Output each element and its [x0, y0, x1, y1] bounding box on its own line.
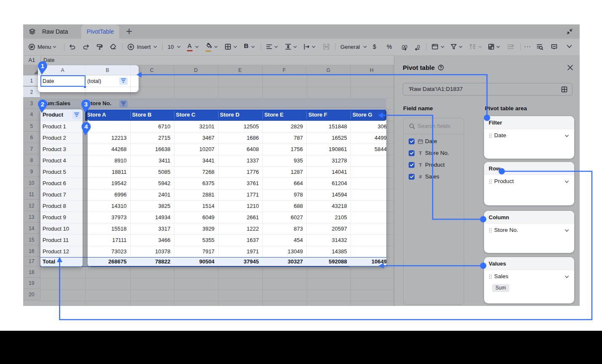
find-replace-icon[interactable]	[536, 43, 543, 50]
pivot-value-cell[interactable]: 3317	[132, 223, 170, 234]
row-header-10[interactable]: 10	[23, 178, 40, 189]
pivot-value-cell[interactable]: 61204	[309, 178, 347, 189]
increase-decimal-button[interactable]: .00	[401, 43, 407, 50]
pivot-value-cell[interactable]: 18811	[88, 166, 126, 178]
pivot-value-cell[interactable]: 1287	[265, 166, 303, 178]
product-row-label[interactable]: Product 2	[40, 132, 83, 143]
pivot-value-cell[interactable]: 3064	[352, 121, 386, 132]
decrease-decimal-button[interactable]: .0	[415, 43, 420, 50]
pivot-column-header-row[interactable]: Store AStore BStore CStore DStore EStore…	[88, 109, 386, 121]
pivot-value-cell[interactable]: 7917	[177, 246, 214, 257]
product-row-label[interactable]: Product 6	[40, 178, 83, 189]
area-card-field[interactable]: Sales	[484, 270, 574, 283]
borders-icon[interactable]	[225, 43, 231, 50]
vertical-align-icon[interactable]	[285, 43, 292, 50]
row-header-18[interactable]: 18	[23, 267, 40, 278]
pivot-value-cell[interactable]: 688	[265, 200, 303, 212]
row-header-11[interactable]: 11	[23, 189, 40, 200]
pivot-value-cell[interactable]: 14310	[88, 200, 126, 212]
pivot-value-cell[interactable]: 1337	[221, 155, 259, 166]
redo-icon[interactable]	[83, 43, 90, 50]
pivot-value-cell[interactable]: 14594	[309, 189, 347, 200]
area-card-field[interactable]: Store No.	[484, 224, 574, 236]
pivot-value-cell[interactable]: 32101	[177, 121, 214, 132]
pivot-value-cell[interactable]: 44268	[88, 143, 126, 155]
fill-color-icon[interactable]	[206, 43, 212, 48]
selected-cell-a1[interactable]	[40, 75, 86, 87]
product-row-label[interactable]: Product 3	[40, 143, 83, 155]
pivot-value-cell[interactable]: 19542	[88, 178, 126, 189]
eraser-icon[interactable]	[110, 43, 117, 50]
pivot-value-cell[interactable]: 37973	[88, 212, 126, 223]
product-row-label[interactable]: Product 5	[40, 166, 83, 178]
row-header-7[interactable]: 7	[23, 143, 40, 154]
pivot-value-cell[interactable]: 8910	[88, 155, 126, 166]
pivot-value-cell[interactable]: 5085	[132, 166, 170, 178]
column-header-G[interactable]: G	[307, 65, 351, 75]
row-header-3[interactable]: 3	[23, 98, 40, 109]
row-header-4[interactable]: 4	[23, 109, 40, 120]
more-tools-button[interactable]: ···	[524, 39, 531, 55]
field-checkbox[interactable]	[409, 162, 415, 168]
column-header-H[interactable]: H	[350, 65, 393, 75]
percent-format-button[interactable]: %	[387, 39, 392, 55]
pivot-value-cell[interactable]: 6408	[221, 143, 259, 155]
pivot-value-cell[interactable]: 1637	[221, 234, 259, 246]
search-fields-input[interactable]: Search fields	[404, 118, 464, 134]
bold-button[interactable]: B	[244, 42, 249, 50]
pivot-value-cell[interactable]: 1686	[221, 132, 259, 143]
pivot-value-cell[interactable]: 2401	[132, 189, 170, 200]
cell-reference-box[interactable]: A1	[23, 56, 40, 65]
pivot-value-cell[interactable]: 2661	[221, 212, 259, 223]
pivot-value-cell[interactable]: 13049	[265, 246, 303, 257]
pivot-value-cell[interactable]: 31278	[309, 155, 347, 166]
pivot-value-cell[interactable]: 6996	[88, 189, 126, 200]
pivot-row-header-cell[interactable]: Product	[40, 109, 83, 121]
pivot-value-cell[interactable]: 1771	[221, 189, 259, 200]
image-chart-icon[interactable]	[488, 43, 495, 50]
font-size-select[interactable]: 10	[168, 39, 174, 55]
pivot-value-cell[interactable]: 2881	[177, 189, 214, 200]
pivot-value-cell[interactable]: 10207	[177, 143, 214, 155]
pivot-value-cell[interactable]: 3467	[177, 132, 214, 143]
pivot-value-cell[interactable]: 873	[265, 223, 303, 234]
field-checkbox[interactable]	[409, 150, 415, 156]
horizontal-align-icon[interactable]	[266, 43, 273, 50]
field-item-product[interactable]: T Product	[404, 159, 464, 171]
pivot-value-cell[interactable]: 190861	[309, 143, 347, 155]
row-header-9[interactable]: 9	[23, 166, 40, 177]
pivot-value-cell[interactable]: 1756	[265, 143, 303, 155]
collapse-diagonal-icon[interactable]	[566, 28, 573, 35]
row-header-12[interactable]: 12	[23, 200, 40, 211]
tab-pivottable[interactable]: PivotTable	[81, 24, 119, 39]
row-header-19[interactable]: 19	[23, 278, 40, 289]
dropdown-list-icon[interactable]	[507, 43, 514, 50]
product-row-label[interactable]: Product 9	[40, 212, 83, 223]
pivot-value-cell[interactable]: 73023	[88, 246, 126, 257]
pivot-value-cell[interactable]: 1210	[221, 200, 259, 212]
row-header-16[interactable]: 16	[23, 246, 40, 257]
area-card-field[interactable]: Product	[484, 175, 574, 188]
workbook-layers-icon[interactable]	[29, 28, 36, 35]
field-item-date[interactable]: Date	[404, 136, 464, 147]
pivot-value-cell[interactable]: 16525	[309, 132, 347, 143]
pivot-value-cell[interactable]: 20597	[309, 223, 347, 234]
area-card-field[interactable]: Date	[484, 129, 574, 142]
merge-cells-icon[interactable]	[323, 43, 330, 50]
toolbar-collapse-icon[interactable]	[567, 45, 572, 48]
row-header-20[interactable]: 20	[23, 290, 40, 300]
store-no-filter-icon[interactable]	[119, 100, 128, 108]
row-header-15[interactable]: 15	[23, 234, 40, 245]
pivot-value-cell[interactable]: 43218	[309, 200, 347, 212]
pivot-value-cell[interactable]: 7268	[177, 166, 214, 178]
column-header-E[interactable]: E	[218, 65, 262, 75]
pivot-value-cell[interactable]: 10378	[132, 246, 170, 257]
product-row-label[interactable]: Product 10	[40, 223, 83, 234]
field-checkbox[interactable]	[409, 174, 415, 180]
product-row-label[interactable]: Product 1	[40, 121, 83, 132]
b1-filter-dropdown-icon[interactable]	[119, 77, 128, 85]
pivot-value-cell[interactable]: 6375	[177, 178, 214, 189]
undo-icon[interactable]	[69, 43, 76, 50]
total-values-row[interactable]: 26867578822905043794530327592088106496	[88, 257, 386, 267]
pivot-value-cell[interactable]: 5355	[177, 234, 214, 246]
